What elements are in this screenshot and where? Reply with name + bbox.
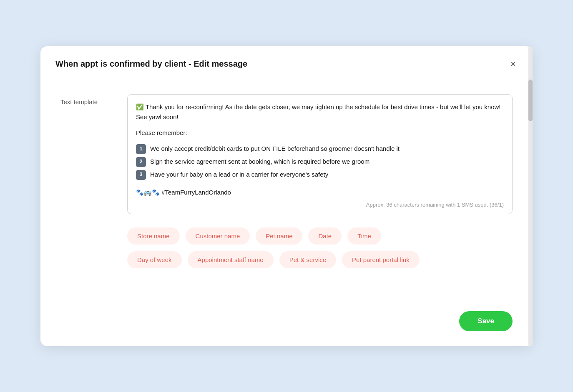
tag-date[interactable]: Date — [308, 227, 342, 245]
textarea-content[interactable]: ✅ Thank you for re-confirming! As the da… — [136, 102, 504, 197]
edit-message-modal: When appt is confirmed by client - Edit … — [40, 46, 533, 346]
num-badge-2: 2 — [136, 157, 146, 167]
list-item-1: 1 We only accept credit/debit cards to p… — [136, 144, 504, 154]
scrollbar-track — [528, 46, 533, 346]
modal-footer: Save — [40, 311, 533, 346]
tags-row-2: Day of week Appointment staff name Pet &… — [127, 251, 513, 268]
list-text-2: Sign the service agreement sent at booki… — [150, 157, 369, 167]
text-template-row: Text template ✅ Thank you for re-confirm… — [60, 94, 513, 214]
list-item-3: 3 Have your fur baby on a lead or in a c… — [136, 170, 504, 180]
list-text-1: We only accept credit/debit cards to put… — [150, 144, 400, 154]
remember-header: Please remember: — [136, 128, 504, 138]
tag-pet-and-service[interactable]: Pet & service — [279, 251, 336, 268]
char-count: Approx. 36 characters remaining with 1 S… — [136, 202, 504, 208]
tag-day-of-week[interactable]: Day of week — [127, 251, 182, 268]
scrollbar-thumb[interactable] — [528, 80, 533, 121]
text-template-area[interactable]: ✅ Thank you for re-confirming! As the da… — [127, 94, 513, 214]
tag-pet-name[interactable]: Pet name — [256, 227, 302, 245]
save-button[interactable]: Save — [459, 311, 513, 331]
tags-section: Store name Customer name Pet name Date T… — [127, 227, 513, 268]
modal-body: Text template ✅ Thank you for re-confirm… — [40, 79, 533, 311]
tag-pet-parent-portal-link[interactable]: Pet parent portal link — [342, 251, 420, 268]
num-badge-3: 3 — [136, 170, 146, 180]
text-template-label: Text template — [60, 94, 127, 105]
tag-time[interactable]: Time — [347, 227, 381, 245]
num-badge-1: 1 — [136, 144, 146, 154]
footer-emoji-line: 🐾🚌🐾 #TeamFurryLandOrlando — [136, 187, 504, 197]
list-item-2: 2 Sign the service agreement sent at boo… — [136, 157, 504, 167]
list-text-3: Have your fur baby on a lead or in a car… — [150, 170, 328, 180]
close-button[interactable]: × — [509, 58, 518, 70]
modal-title: When appt is confirmed by client - Edit … — [55, 59, 247, 69]
tags-row-1: Store name Customer name Pet name Date T… — [127, 227, 513, 245]
tag-appointment-staff-name[interactable]: Appointment staff name — [188, 251, 274, 268]
tag-store-name[interactable]: Store name — [127, 227, 180, 245]
tag-customer-name[interactable]: Customer name — [186, 227, 250, 245]
text-line1: ✅ Thank you for re-confirming! As the da… — [136, 102, 504, 122]
modal-header: When appt is confirmed by client - Edit … — [40, 46, 533, 79]
